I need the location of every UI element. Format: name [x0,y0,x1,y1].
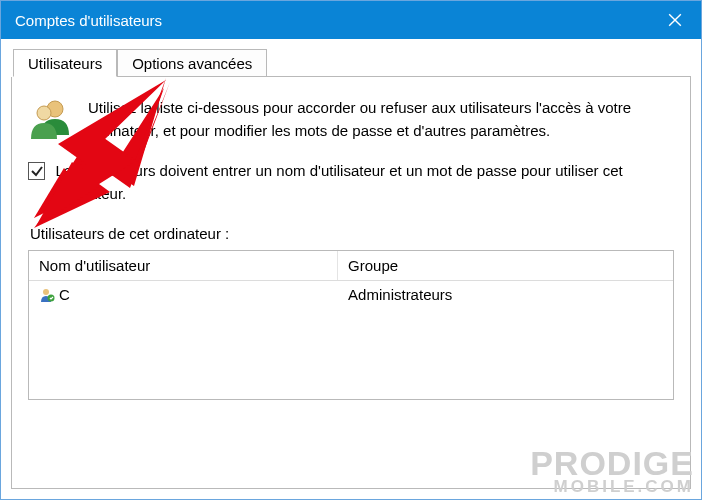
require-login-row[interactable]: Les utilisateurs doivent entrer un nom d… [28,160,674,205]
users-listview[interactable]: Nom d'utilisateur Groupe [28,250,674,400]
close-icon [668,13,682,27]
column-header-name[interactable]: Nom d'utilisateur [29,251,338,280]
require-login-checkbox[interactable] [28,162,45,180]
tab-panel-users: Utilisez la liste ci-dessous pour accord… [11,77,691,489]
cell-username-text: C [59,286,70,303]
check-icon [30,164,44,178]
client-area: Utilisateurs Options avancées Utilisez l… [1,39,701,499]
tab-label: Options avancées [132,55,252,72]
svg-point-5 [48,294,55,301]
intro-row: Utilisez la liste ci-dessous pour accord… [28,95,674,144]
cell-username: C [29,284,338,305]
titlebar: Comptes d'utilisateurs [1,1,701,39]
svg-point-3 [37,106,51,120]
close-button[interactable] [649,1,701,39]
user-icon [39,287,55,303]
cell-group: Administrateurs [338,284,673,305]
tabstrip: Utilisateurs Options avancées [13,47,691,77]
list-row[interactable]: C Administrateurs [29,281,673,308]
cell-group-text: Administrateurs [348,286,452,303]
require-login-label: Les utilisateurs doivent entrer un nom d… [55,160,674,205]
list-header: Nom d'utilisateur Groupe [29,251,673,281]
tab-users[interactable]: Utilisateurs [13,49,117,77]
users-icon [28,95,74,144]
window-title: Comptes d'utilisateurs [15,12,162,29]
tab-advanced[interactable]: Options avancées [117,49,267,76]
column-header-group[interactable]: Groupe [338,251,673,280]
window: Comptes d'utilisateurs Utilisateurs Opti… [0,0,702,500]
svg-point-4 [43,289,49,295]
users-list-heading: Utilisateurs de cet ordinateur : [30,225,674,242]
tab-label: Utilisateurs [28,55,102,72]
intro-text: Utilisez la liste ci-dessous pour accord… [88,95,674,144]
